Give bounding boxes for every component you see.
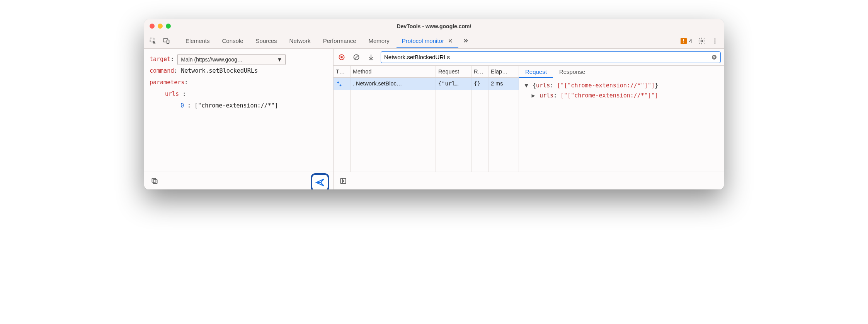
target-select-value: Main (https://www.goog…: [181, 54, 243, 65]
command-value[interactable]: Network.setBlockedURLs: [181, 67, 258, 74]
detail-tabs: Request Response: [519, 66, 724, 78]
caret-right-icon[interactable]: ▶: [531, 90, 536, 101]
send-command-button[interactable]: [311, 173, 329, 190]
svg-point-6: [715, 42, 716, 43]
caret-down-icon[interactable]: ▼: [524, 80, 529, 90]
col-type[interactable]: T…: [334, 66, 351, 77]
kebab-menu-icon[interactable]: [709, 35, 721, 47]
tab-memory[interactable]: Memory: [363, 34, 395, 47]
log-body: T… Method Request R… Elap… . Network.set…: [334, 66, 724, 172]
log-toolbar: [334, 49, 724, 66]
tab-performance[interactable]: Performance: [318, 34, 362, 47]
detail-tab-request[interactable]: Request: [519, 66, 553, 78]
tab-elements[interactable]: Elements: [180, 34, 215, 47]
main-tabbar: Elements Console Sources Network Perform…: [144, 33, 724, 49]
tab-protocol-monitor[interactable]: Protocol monitor ✕: [397, 34, 458, 48]
filter-field[interactable]: [381, 51, 721, 63]
brace-open: {: [533, 82, 536, 89]
clear-button[interactable]: [351, 52, 361, 62]
window-title: DevTools - www.google.com/: [144, 23, 724, 29]
warnings-badge[interactable]: ! 4: [678, 38, 694, 44]
param-index: 0: [180, 102, 184, 109]
tree-key-urls-2: urls: [540, 92, 553, 99]
maximize-window-button[interactable]: [166, 24, 171, 29]
cell-elapsed: 2 ms: [488, 78, 519, 90]
tab-console[interactable]: Console: [217, 34, 249, 47]
table-header: T… Method Request R… Elap…: [334, 66, 519, 78]
command-editor-panel: target: Main (https://www.goog… ▼ comman…: [144, 49, 334, 189]
chevron-down-icon: ▼: [277, 54, 282, 65]
table-row[interactable]: . Network.setBloc… {"url… {} 2 ms: [334, 78, 519, 90]
main-split: target: Main (https://www.goog… ▼ comman…: [144, 49, 724, 189]
cell-method: . Network.setBloc…: [351, 78, 436, 90]
tree-row-root[interactable]: ▼ {urls: ["["chrome-extension://*"]"]}: [524, 80, 719, 90]
minimize-window-button[interactable]: [158, 24, 163, 29]
detail-body: ▼ {urls: ["["chrome-extension://*"]"]} ▶…: [519, 78, 724, 172]
more-tabs-icon[interactable]: [460, 35, 471, 47]
command-editor-body: target: Main (https://www.goog… ▼ comman…: [144, 49, 333, 172]
editor-footer: [144, 172, 333, 189]
detail-tab-response[interactable]: Response: [553, 66, 592, 78]
titlebar: DevTools - www.google.com/: [144, 19, 724, 33]
col-response[interactable]: R…: [471, 66, 488, 77]
parameters-label: parameters: [150, 79, 184, 86]
copy-icon[interactable]: [148, 174, 161, 188]
divider: [176, 37, 176, 45]
save-icon[interactable]: [366, 52, 376, 62]
table-empty-area: [334, 90, 519, 172]
svg-rect-7: [153, 179, 157, 183]
device-toolbar-icon[interactable]: [160, 35, 172, 47]
toggle-sidebar-icon[interactable]: [337, 174, 350, 188]
settings-icon[interactable]: [696, 35, 708, 47]
svg-point-5: [715, 40, 716, 41]
window-controls: [150, 24, 171, 29]
param-value[interactable]: ["chrome-extension://*"]: [194, 102, 278, 109]
tree-key-urls: urls: [536, 82, 550, 89]
devtools-window: DevTools - www.google.com/ Elements Cons…: [144, 19, 724, 189]
svg-rect-2: [167, 40, 169, 43]
warnings-count: 4: [689, 38, 692, 44]
protocol-log-panel: T… Method Request R… Elap… . Network.set…: [334, 49, 724, 189]
col-method[interactable]: Method: [351, 66, 436, 77]
log-table: T… Method Request R… Elap… . Network.set…: [334, 66, 519, 172]
svg-point-3: [701, 40, 703, 42]
warning-icon: !: [681, 38, 687, 44]
cell-response: {}: [471, 78, 488, 90]
inspect-icon[interactable]: [147, 35, 159, 47]
tree-val-root: ["["chrome-extension://*"]"]: [557, 82, 655, 89]
close-icon[interactable]: ✕: [448, 38, 453, 44]
svg-point-4: [715, 38, 716, 39]
svg-rect-10: [341, 56, 343, 58]
target-label: target: [150, 56, 170, 63]
tree-row-child[interactable]: ▶ urls: ["["chrome-extension://*"]"]: [524, 90, 719, 101]
tree-val-child: ["["chrome-extension://*"]"]: [560, 92, 658, 99]
clear-filter-icon[interactable]: [711, 54, 717, 60]
filter-input[interactable]: [384, 54, 711, 60]
param-urls-key: urls: [165, 90, 179, 97]
tab-network[interactable]: Network: [284, 34, 316, 47]
col-request[interactable]: Request: [436, 66, 471, 77]
tab-protocol-monitor-label: Protocol monitor: [402, 38, 444, 44]
svg-line-12: [354, 55, 358, 59]
command-label: command: [150, 67, 174, 74]
detail-panel: Request Response ▼ {urls: ["["chrome-ext…: [519, 66, 724, 172]
target-select[interactable]: Main (https://www.goog… ▼: [177, 54, 286, 65]
record-button[interactable]: [337, 52, 347, 62]
svg-rect-8: [152, 178, 156, 182]
log-footer: [334, 172, 724, 189]
brace-close: }: [655, 82, 658, 89]
cell-type-icon: [334, 78, 351, 90]
tab-sources[interactable]: Sources: [250, 34, 283, 47]
col-elapsed[interactable]: Elap…: [488, 66, 519, 77]
close-window-button[interactable]: [150, 24, 155, 29]
cell-request: {"url…: [436, 78, 471, 90]
